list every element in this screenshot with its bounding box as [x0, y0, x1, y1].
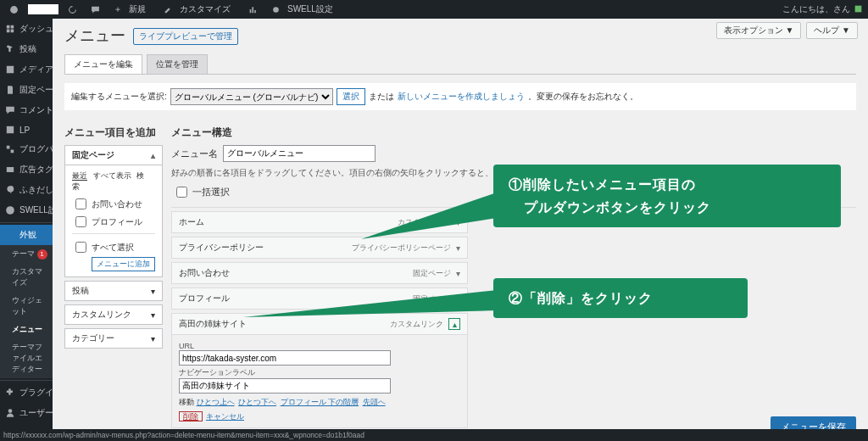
menu-name-label: メニュー名: [171, 148, 218, 160]
sidebar-item-parts[interactable]: ブログパーツ: [0, 139, 53, 159]
accordion-custom-link[interactable]: カスタムリンク▾: [64, 304, 163, 325]
menu-item-type: 固定ページ: [413, 268, 451, 279]
sidebar-sub-メニュー[interactable]: メニュー: [0, 321, 53, 338]
page-check-profile[interactable]: プロフィール: [72, 214, 155, 230]
chevron-down-icon[interactable]: ▾: [456, 269, 460, 278]
callout-1: ①削除したいメニュー項目の プルダウンボタンをクリック: [493, 165, 841, 227]
fixed-pages-header[interactable]: 固定ページ▴: [65, 146, 162, 165]
menu-item: お問い合わせ固定ページ▾: [171, 262, 468, 284]
sidebar-sub-カスタマイズ[interactable]: カスタマイズ: [0, 263, 53, 292]
page-title: メニュー: [64, 25, 125, 46]
page-check-contact[interactable]: お問い合わせ: [72, 196, 155, 212]
menu-item-label: お問い合わせ: [179, 267, 230, 279]
user-icon: [5, 408, 15, 418]
sidebar-item-media[interactable]: メディア: [0, 59, 53, 80]
subtab-recent[interactable]: 最近: [72, 171, 87, 181]
svg-marker-4: [243, 290, 498, 317]
sidebar-item-user[interactable]: ユーザー: [0, 403, 53, 423]
sidebar-item-label: プラグイン: [19, 387, 53, 399]
tb-greeting[interactable]: こんにちは、さん: [782, 3, 850, 15]
checkbox[interactable]: [75, 216, 86, 227]
select-menu-button[interactable]: 選択: [337, 88, 365, 105]
sidebar-sub-テーマファイルエディター[interactable]: テーマファイルエディター: [0, 338, 53, 378]
menu-item-type: プライバシーポリシーページ: [352, 243, 451, 254]
sidebar-sub-テーマ[interactable]: テーマ 1: [0, 245, 53, 263]
live-preview-button[interactable]: ライブプレビューで管理: [133, 28, 238, 45]
sidebar-item-swell[interactable]: SWELL設定: [0, 200, 53, 220]
tb-updates[interactable]: [64, 5, 81, 14]
select-tail: 。変更の保存をお忘れなく。: [528, 91, 638, 103]
sidebar-item-label: ブログパーツ: [19, 143, 53, 155]
tb-comments[interactable]: [86, 5, 104, 14]
move-link[interactable]: プロフィール 下の階層: [281, 398, 359, 406]
tb-new[interactable]: ＋ 新規: [109, 3, 154, 15]
sidebar-item-label: 外観: [19, 229, 36, 241]
chevron-down-icon: ▾: [151, 334, 155, 343]
add-to-menu-button[interactable]: メニューに追加: [92, 257, 155, 271]
wp-logo[interactable]: [5, 5, 23, 14]
move-link[interactable]: ひとつ上へ: [197, 398, 235, 406]
screen-options-toggle[interactable]: 表示オプション ▼: [716, 22, 802, 39]
checkbox[interactable]: [75, 242, 86, 253]
accordion-posts[interactable]: 投稿▾: [64, 281, 163, 301]
menu-select[interactable]: グローバルメニュー (グローバルナビ): [170, 88, 333, 105]
tb-customize[interactable]: カスタマイズ: [159, 3, 239, 15]
chevron-down-icon: ▾: [151, 287, 155, 296]
tb-swell[interactable]: SWELL設定: [267, 3, 342, 15]
appearance-icon: [5, 230, 15, 240]
tab-manage-locations[interactable]: 位置を管理: [147, 54, 208, 74]
sidebar-item-label: ふきだし: [19, 184, 53, 196]
menu-item-label: 高田の姉妹サイト: [179, 318, 247, 330]
accordion-category[interactable]: カテゴリー▾: [64, 328, 163, 349]
sidebar-item-label: LP: [19, 126, 30, 135]
sidebar-item-comment[interactable]: コメント0: [0, 100, 53, 120]
sidebar-sub-ウィジェット[interactable]: ウィジェット: [0, 292, 53, 321]
sidebar-item-ad[interactable]: 広告タグ: [0, 159, 53, 180]
sidebar-item-label: ダッシュボード: [19, 23, 53, 35]
tb-stats[interactable]: [244, 5, 262, 14]
move-link[interactable]: ひとつ下へ: [238, 398, 276, 406]
menu-name-input[interactable]: [223, 145, 376, 162]
nav-label: ナビゲーションラベル: [179, 367, 460, 378]
sidebar-item-plugin[interactable]: プラグイン3: [0, 382, 53, 403]
svg-point-1: [273, 7, 279, 13]
chevron-down-icon: ▾: [151, 310, 155, 320]
add-items-heading: メニュー項目を追加: [64, 126, 163, 140]
sidebar-item-page[interactable]: 固定ページ: [0, 80, 53, 100]
select-all-check[interactable]: すべて選択: [72, 239, 134, 255]
main-content: 表示オプション ▼ ヘルプ ▼ メニュー ライブプレビューで管理 メニューを編集…: [53, 19, 868, 441]
status-bar: https://xxxxxx.com/wp-admin/nav-menus.ph…: [0, 429, 868, 441]
tab-edit-menus[interactable]: メニューを編集: [64, 54, 142, 74]
move-link[interactable]: 先頭へ: [363, 398, 386, 406]
svg-point-0: [10, 6, 18, 14]
checkbox[interactable]: [176, 187, 187, 198]
cancel-link[interactable]: キャンセル: [206, 412, 244, 421]
delete-item-link[interactable]: 削除: [179, 411, 203, 421]
callout-arrow-2: [243, 290, 498, 324]
sidebar-item-balloon[interactable]: ふきだし: [0, 180, 53, 200]
page-icon: [5, 85, 15, 95]
menu-structure-heading: メニュー構造: [171, 126, 856, 140]
help-toggle[interactable]: ヘルプ ▼: [806, 22, 858, 39]
menu-item-settings: URLナビゲーションラベル移動 ひとつ上へ ひとつ下へ プロフィール 下の階層 …: [171, 335, 468, 428]
menu-items-list: ホームカスタムリンク▾プライバシーポリシープライバシーポリシーページ▾お問い合わ…: [171, 207, 856, 441]
sidebar-item-dash[interactable]: ダッシュボード: [0, 19, 53, 39]
site-name-redacted[interactable]: [28, 4, 58, 14]
checkbox[interactable]: [75, 198, 86, 209]
sidebar-item-pin[interactable]: 投稿: [0, 39, 53, 59]
subtab-all[interactable]: すべて表示: [93, 171, 131, 180]
sidebar-item-label: 広告タグ: [19, 164, 53, 176]
sidebar-item-appearance[interactable]: 外観: [0, 225, 53, 245]
create-new-menu-link[interactable]: 新しいメニューを作成しましょう: [398, 91, 525, 103]
avatar-icon[interactable]: [854, 4, 863, 15]
menu-item-label: プライバシーポリシー: [179, 242, 264, 254]
chevron-down-icon[interactable]: ▾: [456, 243, 460, 253]
sidebar-item-label: ユーザー: [19, 407, 53, 419]
sidebar-item-lp[interactable]: LP: [0, 120, 53, 139]
url-input[interactable]: [179, 350, 391, 366]
plugin-icon: [5, 388, 15, 398]
menu-item-label: プロフィール: [179, 293, 230, 304]
ad-icon: [5, 165, 15, 175]
menu-item-bar[interactable]: お問い合わせ固定ページ▾: [171, 262, 468, 284]
nav-label-input[interactable]: [179, 378, 391, 394]
